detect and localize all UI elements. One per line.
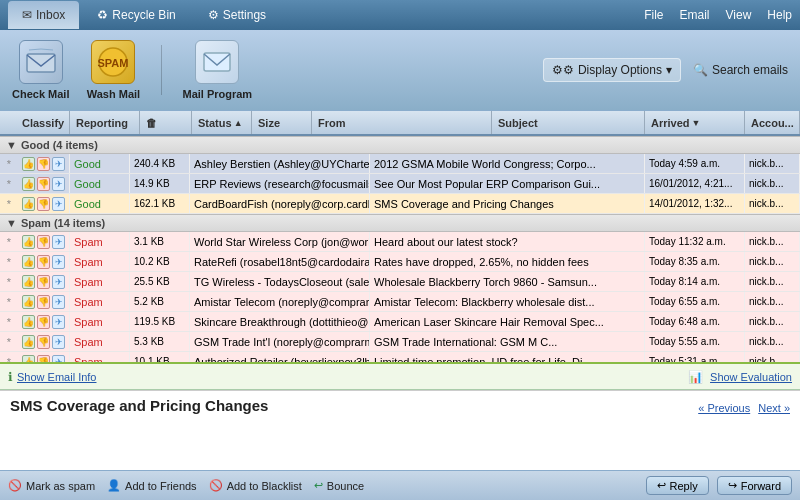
thumbup-icon[interactable]: 👍: [22, 315, 35, 329]
tab-recycle[interactable]: ♻ Recycle Bin: [83, 1, 189, 29]
tab-inbox[interactable]: ✉ Inbox: [8, 1, 79, 29]
col-classify[interactable]: Classify: [0, 111, 70, 134]
thumbup-icon[interactable]: 👍: [22, 295, 35, 309]
subject-cell: Amistar Telecom: Blackberry wholesale di…: [370, 292, 645, 311]
size-cell: 5.2 KB: [130, 292, 190, 311]
thumbup-icon[interactable]: 👍: [22, 157, 35, 171]
thumbup-icon[interactable]: 👍: [22, 177, 35, 191]
thumbdown-icon[interactable]: 👎: [37, 355, 50, 363]
group-expand-icon[interactable]: ▼: [6, 217, 17, 229]
thumbup-icon[interactable]: 👍: [22, 355, 35, 363]
star-cell[interactable]: *: [0, 252, 18, 271]
star-cell[interactable]: *: [0, 232, 18, 251]
forward-mini-icon[interactable]: ✈: [52, 235, 65, 249]
thumbdown-icon[interactable]: 👎: [37, 255, 50, 269]
next-email-button[interactable]: Next »: [758, 402, 790, 414]
reply-button[interactable]: ↩ Reply: [646, 476, 709, 495]
email-row[interactable]: * 👍 👎 ✈ Spam 25.5 KB TG Wireless - Today…: [0, 272, 800, 292]
star-cell[interactable]: *: [0, 174, 18, 193]
col-from[interactable]: From: [312, 111, 492, 134]
col-size[interactable]: Size: [252, 111, 312, 134]
thumbup-icon[interactable]: 👍: [22, 335, 35, 349]
friends-icon: 👤: [107, 479, 121, 492]
forward-mini-icon[interactable]: ✈: [52, 295, 65, 309]
star-cell[interactable]: *: [0, 312, 18, 331]
thumbdown-icon[interactable]: 👎: [37, 315, 50, 329]
add-to-friends-button[interactable]: 👤 Add to Friends: [107, 479, 197, 492]
svg-rect-3: [204, 53, 230, 71]
toolbar-separator: [161, 45, 162, 95]
forward-icon: ↪: [728, 479, 737, 492]
show-email-info-link[interactable]: Show Email Info: [17, 371, 96, 383]
forward-mini-icon[interactable]: ✈: [52, 275, 65, 289]
action-cell: 👍 👎 ✈: [18, 312, 70, 331]
menu-view[interactable]: View: [726, 8, 752, 22]
bounce-button[interactable]: ↩ Bounce: [314, 479, 364, 492]
star-cell[interactable]: *: [0, 352, 18, 362]
star-cell[interactable]: *: [0, 194, 18, 213]
forward-button[interactable]: ↪ Forward: [717, 476, 792, 495]
menu-help[interactable]: Help: [767, 8, 792, 22]
email-row[interactable]: * 👍 👎 ✈ Spam 3.1 KB World Star Wireless …: [0, 232, 800, 252]
col-status[interactable]: Status ▲: [192, 111, 252, 134]
thumbup-icon[interactable]: 👍: [22, 255, 35, 269]
menu-file[interactable]: File: [644, 8, 663, 22]
action-cell: 👍 👎 ✈: [18, 352, 70, 362]
thumbdown-icon[interactable]: 👎: [37, 197, 50, 211]
email-list: ▼ Good (4 items) * 👍 👎 ✈ Good 240.4 KB A…: [0, 136, 800, 362]
tab-settings[interactable]: ⚙ Settings: [194, 1, 280, 29]
star-cell[interactable]: *: [0, 272, 18, 291]
email-row[interactable]: * 👍 👎 ✈ Spam 10.2 KB RateRefi (rosabel18…: [0, 252, 800, 272]
search-emails-button[interactable]: 🔍 Search emails: [693, 63, 788, 77]
from-cell: GSM Trade Int'l (noreply@comprarm...: [190, 332, 370, 351]
display-options-button[interactable]: ⚙⚙ Display Options ▾: [543, 58, 681, 82]
email-row[interactable]: * 👍 👎 ✈ Good 240.4 KB Ashley Berstien (A…: [0, 154, 800, 174]
group-expand-icon[interactable]: ▼: [6, 139, 17, 151]
thumbdown-icon[interactable]: 👎: [37, 295, 50, 309]
thumbdown-icon[interactable]: 👎: [37, 275, 50, 289]
star-cell[interactable]: *: [0, 332, 18, 351]
mail-program-button[interactable]: Mail Program: [182, 40, 252, 100]
forward-mini-icon[interactable]: ✈: [52, 355, 65, 363]
account-cell: nick.b...: [745, 332, 800, 351]
forward-mini-icon[interactable]: ✈: [52, 157, 65, 171]
from-cell: TG Wireless - TodaysCloseout (sales@...: [190, 272, 370, 291]
mark-as-spam-button[interactable]: 🚫 Mark as spam: [8, 479, 95, 492]
email-row[interactable]: * 👍 👎 ✈ Spam 5.2 KB Amistar Telecom (nor…: [0, 292, 800, 312]
thumbup-icon[interactable]: 👍: [22, 197, 35, 211]
star-cell[interactable]: *: [0, 292, 18, 311]
add-to-blacklist-button[interactable]: 🚫 Add to Blacklist: [209, 479, 302, 492]
forward-mini-icon[interactable]: ✈: [52, 197, 65, 211]
mail-program-icon: [195, 40, 239, 84]
prev-email-button[interactable]: « Previous: [698, 402, 750, 414]
email-row[interactable]: * 👍 👎 ✈ Good 14.9 KB ERP Reviews (resear…: [0, 174, 800, 194]
menu-email[interactable]: Email: [680, 8, 710, 22]
forward-mini-icon[interactable]: ✈: [52, 177, 65, 191]
wash-mail-button[interactable]: SPAM Wash Mail: [85, 40, 141, 100]
col-subject[interactable]: Subject: [492, 111, 645, 134]
email-row[interactable]: * 👍 👎 ✈ Spam 5.3 KB GSM Trade Int'l (nor…: [0, 332, 800, 352]
size-cell: 10.1 KB: [130, 352, 190, 362]
thumbup-icon[interactable]: 👍: [22, 275, 35, 289]
col-arrived[interactable]: Arrived ▼: [645, 111, 745, 134]
forward-mini-icon[interactable]: ✈: [52, 335, 65, 349]
settings-icon: ⚙: [208, 8, 219, 22]
thumbdown-icon[interactable]: 👎: [37, 235, 50, 249]
thumbup-icon[interactable]: 👍: [22, 235, 35, 249]
forward-mini-icon[interactable]: ✈: [52, 255, 65, 269]
col-actions[interactable]: 🗑: [140, 111, 192, 134]
show-evaluation-link[interactable]: Show Evaluation: [710, 371, 792, 383]
subject-cell: 2012 GSMA Mobile World Congress; Corpo..…: [370, 154, 645, 173]
email-row[interactable]: * 👍 👎 ✈ Spam 119.5 KB Skincare Breakthro…: [0, 312, 800, 332]
thumbdown-icon[interactable]: 👎: [37, 177, 50, 191]
thumbdown-icon[interactable]: 👎: [37, 157, 50, 171]
forward-mini-icon[interactable]: ✈: [52, 315, 65, 329]
col-reporting[interactable]: Reporting: [70, 111, 140, 134]
subject-cell: Rates have dropped, 2.65%, no hidden fee…: [370, 252, 645, 271]
email-row[interactable]: * 👍 👎 ✈ Spam 10.1 KB Authorized Retailer…: [0, 352, 800, 362]
col-account[interactable]: Accou...: [745, 111, 800, 134]
email-row[interactable]: * 👍 👎 ✈ Good 162.1 KB CardBoardFish (nor…: [0, 194, 800, 214]
star-cell[interactable]: *: [0, 154, 18, 173]
thumbdown-icon[interactable]: 👎: [37, 335, 50, 349]
check-mail-button[interactable]: Check Mail: [12, 40, 69, 100]
